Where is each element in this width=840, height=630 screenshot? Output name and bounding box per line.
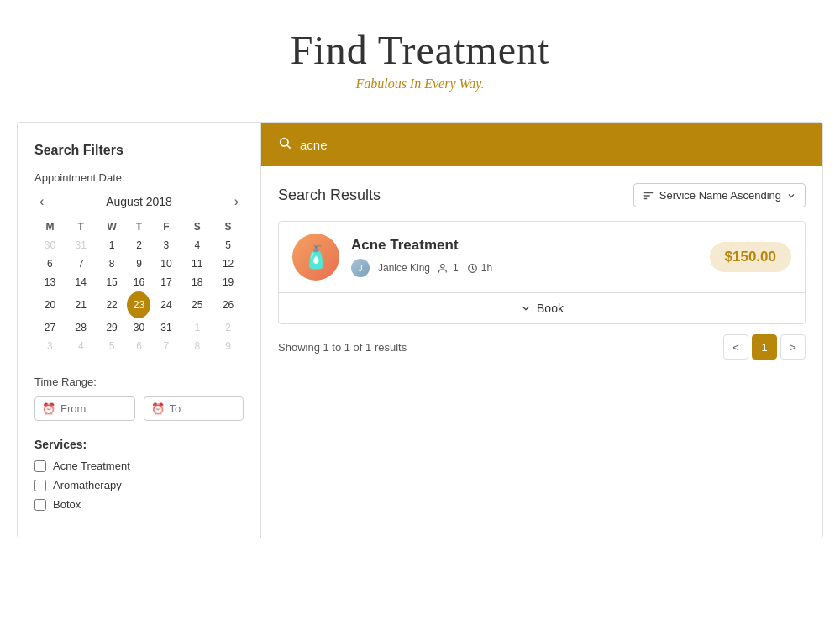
service-checkbox-2[interactable] (34, 499, 46, 511)
result-cards: 🧴 Acne Treatment J Janice King 1 (278, 221, 806, 324)
calendar-day[interactable]: 2 (127, 236, 150, 255)
showing-text: Showing 1 to 1 of 1 results (278, 341, 407, 354)
calendar-day[interactable]: 26 (213, 291, 244, 318)
calendar-day[interactable]: 8 (181, 337, 213, 355)
calendar-day[interactable]: 31 (66, 236, 97, 255)
time-range-label: Time Range: (34, 375, 244, 388)
clock-icon (467, 263, 478, 274)
svg-line-1 (287, 145, 291, 149)
calendar-day[interactable]: 1 (181, 318, 213, 337)
book-bar[interactable]: Book (279, 292, 805, 323)
search-input[interactable] (300, 138, 806, 152)
sort-icon (643, 190, 654, 202)
svg-point-0 (281, 139, 288, 146)
clock-icon-from: ⏰ (42, 402, 55, 415)
calendar-day[interactable]: 30 (34, 236, 66, 255)
calendar-day[interactable]: 24 (150, 291, 181, 318)
sort-dropdown[interactable]: Service Name Ascending (633, 183, 806, 207)
service-checkbox-item: Aromatherapy (34, 479, 244, 491)
results-title: Search Results (278, 186, 381, 204)
time-range-section: Time Range: ⏰ ⏰ (34, 375, 244, 421)
service-checkbox-item: Botox (34, 498, 244, 511)
provider-avatar: J (351, 259, 370, 277)
appointment-date-label: Appointment Date: (34, 171, 244, 184)
service-checkbox-label: Botox (53, 498, 81, 511)
calendar-day[interactable]: 30 (127, 318, 150, 337)
duration-item: 1h (467, 262, 492, 274)
service-checkbox-0[interactable] (34, 460, 46, 472)
pagination-current[interactable]: 1 (752, 334, 777, 360)
calendar-day[interactable]: 9 (213, 337, 244, 355)
page-title: Find Treatment (0, 0, 840, 76)
service-name: Acne Treatment (351, 237, 698, 254)
to-input-wrap: ⏰ (144, 396, 244, 421)
calendar-day[interactable]: 4 (181, 236, 213, 255)
from-input[interactable] (60, 402, 128, 415)
calendar-day[interactable]: 7 (66, 255, 97, 273)
service-image: 🧴 (292, 234, 339, 281)
pagination: < 1 > (723, 334, 806, 360)
sidebar: Search Filters Appointment Date: ‹ Augus… (18, 123, 261, 538)
calendar-next-button[interactable]: › (229, 192, 244, 211)
service-checkbox-item: Acne Treatment (34, 459, 244, 472)
calendar-day[interactable]: 28 (66, 318, 97, 337)
result-card: 🧴 Acne Treatment J Janice King 1 (278, 221, 806, 324)
calendar-day[interactable]: 17 (150, 273, 181, 291)
calendar-day[interactable]: 29 (97, 318, 128, 337)
calendar-day[interactable]: 2 (213, 318, 244, 337)
calendar-day[interactable]: 10 (150, 255, 181, 273)
calendar-day[interactable]: 1 (97, 236, 128, 255)
calendar-day[interactable]: 16 (127, 273, 150, 291)
calendar-day[interactable]: 7 (150, 337, 181, 355)
search-bar (261, 123, 822, 166)
calendar-day[interactable]: 3 (150, 236, 181, 255)
provider-name: Janice King (378, 262, 430, 274)
to-input[interactable] (170, 402, 237, 415)
chevron-down-icon (786, 191, 796, 201)
pagination-area: Showing 1 to 1 of 1 results < 1 > (278, 334, 806, 360)
calendar-day[interactable]: 5 (213, 236, 244, 255)
from-input-wrap: ⏰ (34, 396, 135, 421)
calendar-day[interactable]: 4 (66, 337, 97, 355)
calendar-day[interactable]: 23 (127, 291, 150, 318)
calendar-day[interactable]: 25 (181, 291, 213, 318)
calendar-day[interactable]: 6 (34, 255, 66, 273)
calendar-day[interactable]: 22 (97, 291, 128, 318)
results-area: Search Results Service Name Ascending 🧴 … (261, 166, 822, 376)
results-header: Search Results Service Name Ascending (278, 183, 806, 207)
services-list: Acne TreatmentAromatherapyBotox (34, 459, 244, 511)
content-area: Search Results Service Name Ascending 🧴 … (261, 123, 822, 538)
calendar-day[interactable]: 21 (66, 291, 97, 318)
service-meta: J Janice King 1 1h (351, 259, 698, 277)
calendar-day[interactable]: 9 (127, 255, 150, 273)
calendar-day[interactable]: 13 (34, 273, 66, 291)
calendar-day[interactable]: 15 (97, 273, 128, 291)
pagination-prev[interactable]: < (723, 334, 748, 360)
result-card-inner: 🧴 Acne Treatment J Janice King 1 (279, 222, 805, 292)
service-checkbox-label: Acne Treatment (53, 459, 130, 472)
calendar-day[interactable]: 31 (150, 318, 181, 337)
service-checkbox-label: Aromatherapy (53, 479, 122, 491)
calendar: ‹ August 2018 › MTWTFSS 3031123456789101… (34, 192, 244, 355)
page-subtitle: Fabulous In Every Way. (0, 76, 840, 92)
calendar-day[interactable]: 12 (213, 255, 244, 273)
calendar-header: ‹ August 2018 › (34, 192, 244, 211)
calendar-day[interactable]: 14 (66, 273, 97, 291)
svg-point-5 (441, 264, 444, 267)
calendar-day[interactable]: 6 (127, 337, 150, 355)
service-checkbox-1[interactable] (34, 480, 46, 491)
calendar-day[interactable]: 3 (34, 337, 66, 355)
pagination-next[interactable]: > (780, 334, 806, 360)
sort-label: Service Name Ascending (659, 189, 781, 202)
calendar-day[interactable]: 11 (181, 255, 213, 273)
calendar-prev-button[interactable]: ‹ (34, 192, 49, 211)
calendar-day[interactable]: 19 (213, 273, 244, 291)
calendar-day[interactable]: 18 (181, 273, 213, 291)
calendar-day[interactable]: 8 (97, 255, 128, 273)
search-icon (278, 136, 291, 153)
service-price: $150.00 (710, 242, 791, 272)
calendar-day[interactable]: 20 (34, 291, 66, 318)
calendar-grid: MTWTFSS 30311234567891011121314151617181… (34, 218, 244, 355)
calendar-day[interactable]: 27 (34, 318, 66, 337)
calendar-day[interactable]: 5 (97, 337, 128, 355)
